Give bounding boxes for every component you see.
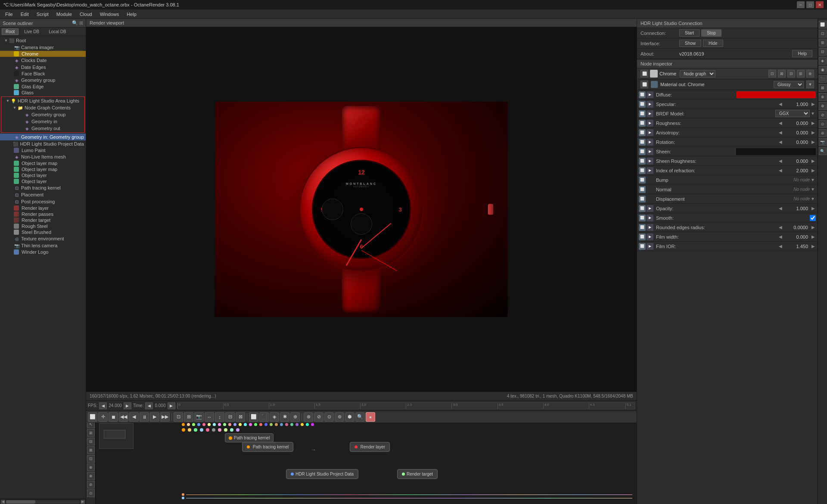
- tree-item-geo-group2[interactable]: ◈ Geometry group: [2, 111, 84, 118]
- prop-expand-rounded-edges[interactable]: ▶: [647, 224, 653, 231]
- tab-localdb[interactable]: Local DB: [45, 28, 70, 35]
- prop-slider-left-roughness[interactable]: ◀: [778, 121, 783, 125]
- tree-item-obj-layer1[interactable]: Object layer: [0, 172, 86, 178]
- prop-slider-left-opacity[interactable]: ◀: [778, 206, 783, 211]
- expand-arrow-root[interactable]: ▼: [3, 38, 9, 43]
- prop-val-rotation[interactable]: 0.000: [784, 140, 810, 145]
- prop-icon-rotation[interactable]: ⬜: [639, 139, 646, 146]
- prop-expand-film-width[interactable]: ▶: [647, 233, 653, 240]
- prop-expand-rotation[interactable]: ▶: [647, 139, 653, 146]
- prop-val-opacity[interactable]: 1.000: [784, 206, 810, 211]
- ni-view-btn-4[interactable]: ⊞: [797, 70, 805, 78]
- right-icon-6[interactable]: ◉: [819, 66, 827, 74]
- menu-module[interactable]: Module: [53, 11, 75, 18]
- minimize-button[interactable]: −: [797, 1, 805, 8]
- tree-item-hdr-lights[interactable]: ▼ 💡 HDR Light Studio Area Lights: [2, 97, 84, 104]
- tree-item-geo-out[interactable]: ◈ Geometry out: [2, 125, 84, 132]
- right-icon-4[interactable]: ⊟: [819, 48, 827, 56]
- prop-icon-roughness[interactable]: ⬜: [639, 120, 646, 127]
- prop-icon-specular[interactable]: ⬜: [639, 101, 646, 108]
- prop-expand-sheen-roughness[interactable]: ▶: [647, 158, 653, 165]
- prop-val-anisotropy[interactable]: 0.000: [784, 130, 810, 135]
- fps-increase-btn[interactable]: ▶: [124, 402, 131, 409]
- prop-expand-ior[interactable]: ▶: [647, 167, 653, 174]
- scroll-thumb[interactable]: [6, 500, 35, 504]
- prop-icon-ior[interactable]: ⬜: [639, 167, 646, 174]
- prop-expand-smooth[interactable]: ▶: [647, 215, 653, 221]
- prop-slider-right-re[interactable]: ▶: [811, 225, 816, 230]
- ng-tool-7[interactable]: ⊗: [87, 472, 95, 480]
- menu-edit[interactable]: Edit: [17, 11, 32, 18]
- tree-item-camera-imager[interactable]: 📷 Camera imager: [0, 44, 86, 51]
- ni-view-btn-3[interactable]: ⊟: [787, 70, 795, 78]
- prop-expand-specular[interactable]: ▶: [647, 101, 653, 108]
- prop-expand-opacity[interactable]: ▶: [647, 205, 653, 212]
- menu-file[interactable]: File: [2, 11, 16, 18]
- prop-icon-rounded-edges[interactable]: ⬜: [639, 224, 646, 231]
- prop-slider-left-ior[interactable]: ◀: [778, 168, 783, 173]
- ng-tool-8[interactable]: ⊘: [87, 481, 95, 488]
- scroll-left-btn[interactable]: ◀: [1, 500, 5, 504]
- tree-item-date-edges[interactable]: ◈ Date Edges: [0, 64, 86, 71]
- tree-item-geo-group[interactable]: ◈ Geometry group: [0, 77, 86, 84]
- tab-root[interactable]: Root: [2, 28, 19, 35]
- ng-view[interactable]: Path tracing kernel: [96, 420, 637, 504]
- prop-dropdown-displacement[interactable]: ▼: [810, 196, 816, 201]
- prop-checkbox-smooth[interactable]: [810, 215, 816, 221]
- tree-item-geo-in-group[interactable]: ◈ Geometry in: Geometry group: [0, 134, 86, 140]
- tree-item-obj-layer2[interactable]: Object layer: [0, 178, 86, 184]
- prop-slider-right-roughness[interactable]: ▶: [811, 121, 816, 125]
- fps-decrease-btn[interactable]: ◀: [99, 402, 107, 409]
- tree-item-nonlive[interactable]: ◈ Non-Live Items mesh: [0, 153, 86, 160]
- right-icon-1[interactable]: ⬜: [819, 21, 827, 28]
- maximize-button[interactable]: □: [806, 1, 814, 8]
- scene-hscrollbar[interactable]: ◀ ▶: [0, 499, 86, 504]
- prop-val-roughness[interactable]: 0.000: [784, 121, 810, 126]
- hdr-hide-btn[interactable]: Hide: [703, 40, 723, 47]
- menu-cloud[interactable]: Cloud: [76, 11, 96, 18]
- prop-val-specular[interactable]: 1.000: [784, 102, 810, 107]
- right-icon-7[interactable]: ⬛: [819, 75, 827, 83]
- ng-tool-6[interactable]: ⊕: [87, 464, 95, 471]
- prop-color-diffuse[interactable]: [736, 91, 816, 98]
- prop-icon-film-width[interactable]: ⬜: [639, 233, 646, 240]
- hdr-help-btn[interactable]: Help: [792, 50, 812, 57]
- prop-slider-right-sr[interactable]: ▶: [811, 159, 816, 163]
- right-icon-15[interactable]: 🔍: [819, 147, 827, 155]
- prop-slider-right-fw[interactable]: ▶: [811, 234, 816, 239]
- prop-val-ior[interactable]: 2.000: [784, 168, 810, 173]
- right-icon-9[interactable]: ⊕: [819, 93, 827, 101]
- prop-icon-bump[interactable]: ⬜: [639, 177, 646, 184]
- right-icon-5[interactable]: ◈: [819, 57, 827, 65]
- prop-icon-opacity[interactable]: ⬜: [639, 205, 646, 212]
- prop-color-sheen[interactable]: [736, 148, 816, 155]
- tree-item-texture-env[interactable]: ◎ Texture environment: [0, 235, 86, 242]
- time-decrease-btn[interactable]: ◀: [145, 402, 153, 409]
- prop-val-rounded-edges[interactable]: 0.0000: [784, 225, 810, 230]
- prop-slider-right-opacity[interactable]: ▶: [811, 206, 816, 211]
- prop-icon-anisotropy[interactable]: ⬜: [639, 129, 646, 136]
- prop-slider-right-anisotropy[interactable]: ▶: [811, 130, 816, 135]
- ng-node-rt[interactable]: Render target: [397, 469, 438, 479]
- right-icon-13[interactable]: ⊚: [819, 129, 827, 137]
- menu-windows[interactable]: Windows: [96, 11, 123, 18]
- prop-slider-left-specular[interactable]: ◀: [778, 102, 783, 106]
- ng-node-hdr[interactable]: HDR Light Studio Project Data: [286, 469, 358, 479]
- prop-expand-film-ior[interactable]: ▶: [647, 243, 653, 250]
- prop-icon-brdf[interactable]: ⬜: [639, 110, 646, 117]
- tree-item-render-target[interactable]: Render target: [0, 217, 86, 223]
- menu-help[interactable]: Help: [123, 11, 140, 18]
- prop-slider-right-specular[interactable]: ▶: [811, 102, 816, 106]
- tree-item-lumo-paint[interactable]: Lumo Paint: [0, 147, 86, 153]
- tree-item-steel-brushed[interactable]: Steel Brushed: [0, 229, 86, 235]
- ni-view-btn-1[interactable]: ⊡: [768, 70, 776, 78]
- tree-item-render-layer[interactable]: Render layer: [0, 205, 86, 211]
- tree-item-glass[interactable]: Glass: [0, 90, 86, 96]
- tree-item-face-black[interactable]: Face Black: [0, 71, 86, 77]
- tree-item-hdr-project[interactable]: ⬛ HDR Light Studio Project Data: [0, 140, 86, 147]
- prop-slider-left-anisotropy[interactable]: ◀: [778, 130, 783, 135]
- tree-item-chrome[interactable]: Chrome: [0, 51, 86, 57]
- ng-node-ptk-main[interactable]: Path tracing kernel: [242, 442, 293, 452]
- prop-icon-displacement[interactable]: ⬜: [639, 196, 646, 202]
- prop-expand-sheen[interactable]: ▶: [647, 148, 653, 155]
